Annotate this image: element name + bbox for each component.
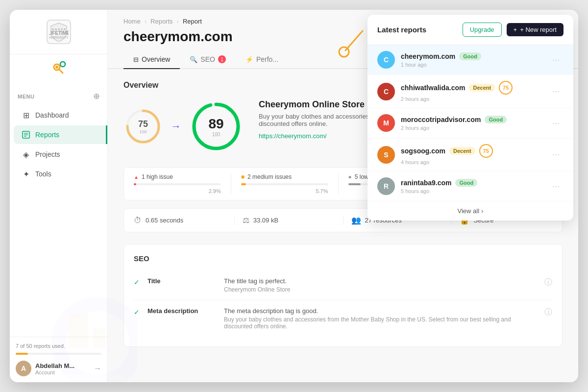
report-more-2[interactable]: ···	[548, 84, 564, 98]
breadcrumb-reports[interactable]: Reports	[150, 18, 173, 25]
report-more-3[interactable]: ···	[548, 116, 564, 130]
seo-meta-sub: Buy your baby clothes and accessories fr…	[224, 316, 537, 330]
report-avatar-4: S	[377, 146, 395, 164]
report-row-2[interactable]: C chhiwatlwalida.com Decent 75 2 hours a…	[368, 75, 573, 108]
sidebar-item-projects[interactable]: ◈ Projects	[14, 145, 103, 164]
user-info: A Abdellah M... Account →	[16, 361, 101, 376]
high-issue-bar	[134, 183, 221, 185]
low-issue-circle-icon: ●	[348, 173, 352, 180]
score-arrow-icon: →	[171, 120, 181, 133]
report-info-3: moroccotripadvisor.com Good 2 hours ago	[401, 116, 548, 131]
seo-meta-info-icon[interactable]: ⓘ	[544, 307, 552, 318]
seo-title-check-icon: ✓	[134, 278, 140, 286]
report-more-5[interactable]: ···	[548, 179, 564, 194]
report-info-4: sogsoog.com Decent 75 4 hours ago	[401, 144, 548, 165]
new-report-button[interactable]: + + New report	[507, 23, 564, 36]
status-badge-3: Good	[485, 116, 507, 123]
popup-actions: Upgrade + + New report	[463, 23, 564, 37]
tab-performance[interactable]: ⚡ Perfo...	[236, 50, 288, 69]
svg-point-4	[55, 66, 58, 69]
score-badge-4: 75	[479, 144, 493, 158]
high-issue-triangle-icon: ▲	[134, 174, 139, 180]
status-badge-1: Good	[459, 52, 481, 60]
logout-icon[interactable]: →	[94, 364, 101, 373]
svg-text:LIFETIME: LIFETIME	[49, 30, 69, 36]
low-issue-fill	[348, 183, 361, 185]
seo-title-main: The title tag is perfect.	[224, 277, 537, 285]
high-issue-fill	[134, 183, 136, 185]
report-site-name-3: moroccotripadvisor.com Good	[401, 116, 548, 123]
latest-reports-popup: Latest reports Upgrade + + New report C …	[368, 15, 573, 220]
popup-title: Latest reports	[377, 25, 426, 34]
logo-area: LIFETIME WARRANTY ★★★★★	[10, 10, 107, 54]
brand-logo: LIFETIME WARRANTY ★★★★★	[47, 20, 71, 44]
popup-footer[interactable]: View all ›	[368, 201, 573, 220]
report-avatar-2: C	[377, 83, 395, 100]
sidebar-item-dashboard[interactable]: ⊞ Dashboard	[14, 106, 103, 124]
seo-title-info-icon[interactable]: ⓘ	[544, 277, 552, 288]
new-score-circle: 89 100	[189, 99, 243, 153]
status-badge-4: Decent	[449, 147, 475, 155]
site-url[interactable]: https://cheerymom.com/	[259, 132, 327, 140]
report-site-name-5: ranintaba9.com Good	[401, 179, 548, 187]
report-domain-5: ranintaba9.com	[401, 179, 451, 187]
menu-settings-icon[interactable]: ⊕	[93, 92, 100, 101]
seo-section-title: SEO	[134, 254, 552, 263]
old-score-max: 100	[138, 129, 148, 134]
stat-load-time: ⏱ 0.65 seconds	[134, 216, 226, 225]
report-avatar-5: R	[377, 177, 395, 195]
seo-meta-label: Meta description	[147, 307, 216, 315]
score-badge-2: 75	[499, 81, 513, 95]
report-time-5: 5 hours ago	[401, 188, 548, 194]
breadcrumb-current: Report	[183, 18, 202, 25]
new-score-max: 100	[208, 132, 223, 137]
report-row-4[interactable]: S sogsoog.com Decent 75 4 hours ago ···	[368, 138, 573, 172]
scores-container: 75 100 → 89 100	[123, 99, 243, 153]
new-score-value: 89	[208, 116, 223, 132]
report-row-3[interactable]: M moroccotripadvisor.com Good 2 hours ag…	[368, 108, 573, 138]
old-score-value: 75	[138, 119, 148, 129]
seo-tab-icon: 🔍	[190, 56, 197, 63]
report-list: C cheerymom.com Good 1 hour ago ··· C ch…	[368, 45, 573, 201]
report-row-5[interactable]: R ranintaba9.com Good 5 hours ago ···	[368, 172, 573, 201]
report-domain-3: moroccotripadvisor.com	[401, 116, 481, 123]
sidebar-bottom: 7 of 50 reports used. A Abdellah M... Ac…	[10, 337, 107, 382]
sidebar-item-reports[interactable]: Reports	[14, 125, 107, 144]
view-all-arrow-icon: ›	[481, 207, 483, 215]
user-role: Account	[35, 369, 90, 375]
tab-overview[interactable]: ⊟ Overview	[123, 50, 180, 69]
user-name: Abdellah M...	[35, 362, 90, 369]
upgrade-button[interactable]: Upgrade	[463, 23, 502, 37]
report-more-1[interactable]: ···	[548, 53, 564, 67]
reports-used-label: 7 of 50 reports used.	[16, 343, 101, 349]
status-badge-5: Good	[455, 179, 477, 187]
user-details: Abdellah M... Account	[35, 362, 90, 375]
issue-medium: ■ 2 medium issues 5.7%	[231, 173, 338, 194]
menu-section-label: MENU ⊕	[10, 84, 107, 105]
view-all-link[interactable]: View all ›	[377, 207, 564, 215]
tab-seo[interactable]: 🔍 SEO 1	[180, 50, 236, 69]
report-more-4[interactable]: ···	[548, 147, 564, 162]
clock-icon: ⏱	[134, 216, 142, 225]
report-info-1: cheerymom.com Good 1 hour ago	[401, 52, 548, 68]
reports-usage-bar	[16, 353, 101, 355]
report-row-1[interactable]: C cheerymom.com Good 1 hour ago ···	[368, 45, 573, 75]
report-site-name-2: chhiwatlwalida.com Decent 75	[401, 81, 548, 95]
seo-item-meta: ✓ Meta description The meta description …	[134, 300, 552, 337]
report-domain-4: sogsoog.com	[401, 147, 445, 155]
dashboard-icon: ⊞	[22, 111, 30, 120]
breadcrumb-home[interactable]: Home	[123, 18, 141, 25]
seo-section: SEO ✓ Title The title tag is perfect. Ch…	[123, 244, 563, 347]
user-avatar: A	[16, 361, 31, 376]
old-score-circle: 75 100	[123, 107, 163, 146]
report-time-4: 4 hours ago	[401, 159, 548, 165]
scale-icon: ⚖	[243, 216, 249, 225]
svg-text:WARRANTY: WARRANTY	[49, 36, 69, 39]
app-logo-icon	[50, 60, 68, 78]
report-time-1: 1 hour ago	[401, 62, 548, 68]
projects-icon: ◈	[22, 150, 30, 159]
sidebar: LIFETIME WARRANTY ★★★★★ MENU ⊕ ⊞ Dashboa…	[10, 10, 108, 382]
sidebar-item-tools[interactable]: ✦ Tools	[14, 165, 103, 183]
breadcrumb-sep-2: ›	[177, 18, 179, 25]
report-time-2: 2 hours ago	[401, 96, 548, 102]
